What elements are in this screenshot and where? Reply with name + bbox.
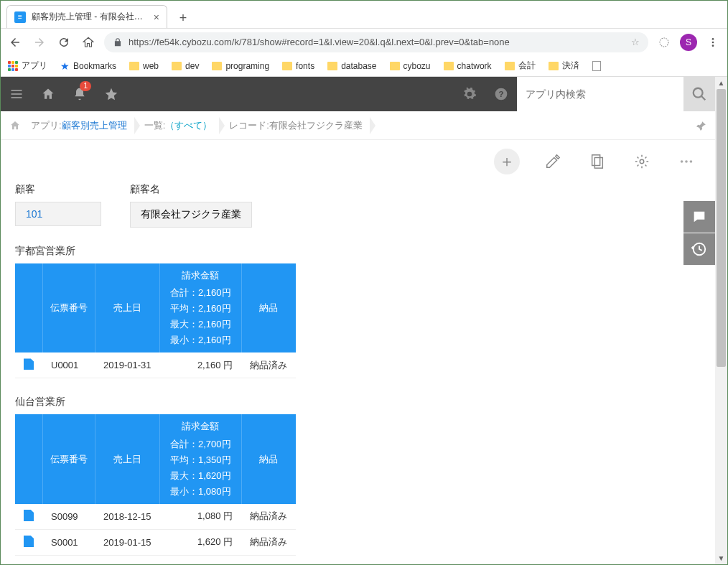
star-icon: ★ [60,60,70,72]
cell-amount: 1,620 円 [160,529,242,555]
folder-icon [505,62,515,70]
folder-icon [390,62,400,70]
folder-icon [444,62,454,70]
field-customer-name: 顧客名 有限会社フジクラ産業 [130,183,252,228]
th-icon [15,414,42,503]
breadcrumb-list[interactable]: 一覧: （すべて） [137,111,220,140]
file-icon [24,536,34,547]
bookmark-database[interactable]: database [327,61,376,71]
field-customer: 顧客 101 [15,183,101,228]
folder-icon [282,62,292,70]
svg-rect-12 [592,155,600,166]
breadcrumb-app-link[interactable]: 顧客別売上管理 [62,119,127,132]
bookmark-kessai[interactable]: 決済 [549,60,579,72]
field-label: 顧客 [15,183,101,196]
profile-avatar[interactable]: S [680,34,697,51]
pin-icon[interactable] [696,121,706,131]
file-icon [24,510,34,521]
field-label: 顧客名 [130,183,252,196]
add-record-button[interactable]: ＋ [494,149,520,174]
bookmark-bookmarks[interactable]: ★Bookmarks [60,60,116,72]
row-icon[interactable] [15,352,42,378]
vertical-scrollbar[interactable]: ▲ ▼ [715,77,727,564]
th-date: 売上日 [95,414,160,503]
scroll-down-icon[interactable]: ▼ [715,552,727,564]
svg-line-11 [701,96,706,101]
bookmark-programing[interactable]: programing [212,61,269,71]
new-tab-button[interactable]: + [173,8,193,28]
record-settings-button[interactable] [630,150,653,173]
row-icon[interactable] [15,529,42,555]
table-row[interactable]: U00012019-01-312,160 円納品済み [15,352,296,378]
edit-record-button[interactable] [541,150,564,173]
th-delivery: 納品 [241,263,296,352]
settings-gear-button[interactable] [454,77,485,111]
cell-status: 納品済み [241,352,296,378]
cell-status: 納品済み [241,529,296,555]
th-amount: 請求金額合計：2,700円平均：1,350円最大：1,620円最小：1,080円 [160,414,242,503]
url-bar[interactable]: https://fe54k.cybozu.com/k/781/show#reco… [104,32,648,52]
menu-button[interactable] [1,77,32,111]
cell-slip: S0001 [42,529,95,555]
forward-button[interactable] [31,34,48,51]
svg-point-5 [712,38,714,40]
search-button[interactable] [683,77,715,111]
comments-panel-button[interactable] [683,201,715,233]
folder-icon [327,62,337,70]
th-icon [15,263,42,352]
lock-icon [113,37,123,47]
bookmark-cybozu[interactable]: cybozu [390,61,431,71]
bookmark-fonts[interactable]: fonts [282,61,314,71]
svg-point-17 [690,160,693,163]
portal-home-button[interactable] [32,77,64,111]
bookmark-star-icon[interactable]: ☆ [631,37,640,47]
field-value-customer-name: 有限会社フジクラ産業 [130,202,252,228]
bookmark-dev[interactable]: dev [172,61,199,71]
table-row[interactable]: S00992018-12-151,080 円納品済み [15,504,296,530]
sales-table: 伝票番号売上日請求金額合計：2,160円平均：2,160円最大：2,160円最小… [15,263,297,378]
bookmark-web[interactable]: web [129,61,159,71]
cell-amount: 1,080 円 [160,504,242,530]
scroll-up-icon[interactable]: ▲ [715,77,727,89]
file-icon [24,358,34,370]
chrome-apps-button[interactable]: アプリ [8,60,47,72]
tab-title: 顧客別売上管理 - 有限会社フジクラ [32,11,148,23]
breadcrumb-app[interactable]: アプリ: 顧客別売上管理 [24,111,134,140]
more-actions-button[interactable] [675,150,698,173]
svg-text:?: ? [498,89,503,98]
copy-record-button[interactable] [586,150,609,173]
folder-icon [549,62,559,70]
url-text: https://fe54k.cybozu.com/k/781/show#reco… [129,37,625,47]
app-search-input[interactable] [517,77,683,111]
reload-button[interactable] [55,34,73,51]
bookmark-chatwork[interactable]: chatwork [444,61,492,71]
favorites-button[interactable] [95,77,127,111]
cell-status: 納品済み [241,504,296,530]
back-button[interactable] [6,34,24,51]
browser-tab[interactable]: ≡ 顧客別売上管理 - 有限会社フジクラ × [6,5,167,28]
cell-date: 2019-01-31 [95,352,160,378]
section: 宇都宮営業所伝票番号売上日請求金額合計：2,160円平均：2,160円最大：2,… [15,245,701,378]
row-icon[interactable] [15,504,42,530]
notification-badge: 1 [80,81,91,91]
bookmark-doc[interactable] [592,61,601,71]
th-slip: 伝票番号 [42,414,95,503]
section-title: 仙台営業所 [15,396,701,408]
browser-menu-button[interactable] [704,34,722,51]
svg-point-16 [685,160,688,163]
cell-date: 2018-12-15 [95,504,160,530]
history-panel-button[interactable] [683,233,715,265]
field-value-customer[interactable]: 101 [15,202,101,226]
doc-icon [592,61,601,71]
table-row[interactable]: S00012019-01-151,620 円納品済み [15,529,296,555]
breadcrumb-list-link[interactable]: （すべて） [165,119,212,132]
notifications-button[interactable]: 1 [64,77,95,111]
home-button[interactable] [80,34,97,51]
bookmark-kaikei[interactable]: 会計 [505,60,536,72]
section: 仙台営業所伝票番号売上日請求金額合計：2,700円平均：1,350円最大：1,6… [15,396,701,555]
breadcrumb-home-icon[interactable] [9,120,21,131]
extension-icon[interactable] [655,34,673,51]
help-button[interactable]: ? [485,77,517,111]
sales-table: 伝票番号売上日請求金額合計：2,700円平均：1,350円最大：1,620円最小… [15,414,297,555]
close-tab-icon[interactable]: × [154,11,159,23]
